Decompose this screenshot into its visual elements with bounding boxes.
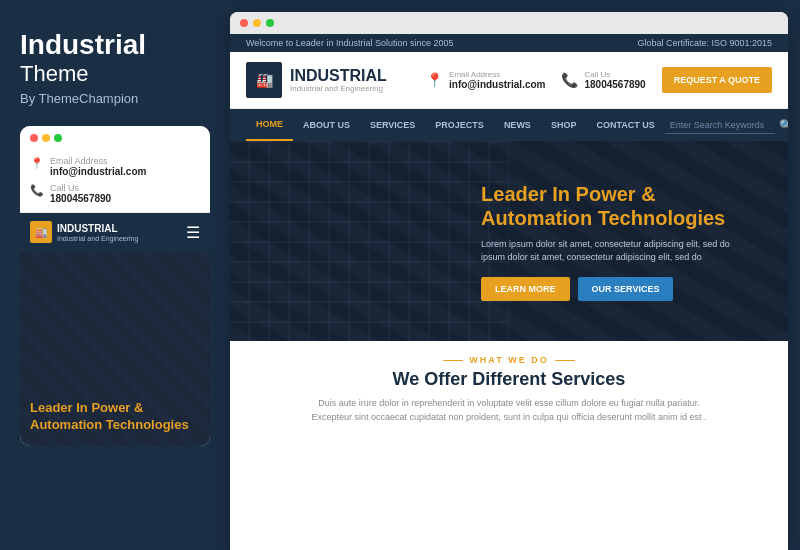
hamburger-icon[interactable]: ☰ [186, 223, 200, 242]
search-icon[interactable]: 🔍 [779, 119, 788, 132]
services-desc: Duis aute irure dolor in reprehenderit i… [309, 396, 709, 425]
quote-button[interactable]: REQUEST A QUOTE [662, 67, 772, 93]
nav-item-shop[interactable]: SHOP [541, 110, 587, 140]
header-phone-label: Call Us [584, 70, 645, 79]
email-label: Email Address [50, 156, 146, 166]
desktop-nav: HOME ABOUT US SERVICES PROJECTS NEWS SHO… [230, 109, 788, 141]
desktop-header: 🏭 INDUSTRIAL Industrial and Engineering … [230, 52, 788, 109]
header-email-value: info@industrial.com [449, 79, 545, 90]
desktop-logo-icon: 🏭 [246, 62, 282, 98]
phone-value: 18004567890 [50, 193, 111, 204]
top-banner: Welcome to Leader in Industrial Solution… [230, 34, 788, 52]
hero-title: Leader In Power & Automation Technologie… [481, 182, 768, 230]
header-email-icon: 📍 [426, 72, 443, 88]
nav-item-news[interactable]: NEWS [494, 110, 541, 140]
desktop-hero: Leader In Power & Automation Technologie… [230, 141, 788, 341]
our-services-button[interactable]: OUR SERVICES [578, 277, 674, 301]
mobile-hero-part1: Leader In Power & [30, 400, 143, 415]
desktop-logo: 🏭 INDUSTRIAL Industrial and Engineering [246, 62, 387, 98]
mobile-logo-text-wrap: INDUSTRIAL Industrial and Engineering [57, 223, 138, 242]
desktop-dot-yellow [253, 19, 261, 27]
nav-item-projects[interactable]: PROJECTS [425, 110, 494, 140]
header-contact: 📍 Email Address info@industrial.com 📞 Ca… [426, 67, 772, 93]
mobile-window-bar [20, 126, 210, 148]
header-phone-value: 18004567890 [584, 79, 645, 90]
header-phone: 📞 Call Us 18004567890 [561, 70, 645, 90]
mobile-hero-highlight: Automation [30, 417, 102, 432]
brand-theme: Theme [20, 61, 210, 87]
phone-label: Call Us [50, 183, 111, 193]
email-icon: 📍 [30, 157, 44, 170]
header-phone-icon: 📞 [561, 72, 578, 88]
email-value: info@industrial.com [50, 166, 146, 177]
hero-desc: Lorem ipsum dolor sit amet, consectetur … [481, 238, 741, 265]
left-panel: Industrial Theme By ThemeChampion 📍 Emai… [0, 0, 230, 550]
hero-title-part2: Technologies [598, 207, 725, 229]
hero-content: Leader In Power & Automation Technologie… [481, 182, 788, 301]
nav-search: 🔍 [665, 117, 788, 134]
brand-subtitle: By ThemeChampion [20, 91, 210, 106]
mobile-email-item: 📍 Email Address info@industrial.com [30, 156, 200, 177]
header-email: 📍 Email Address info@industrial.com [426, 70, 545, 90]
hero-bg-shapes [230, 141, 509, 341]
phone-icon: 📞 [30, 184, 44, 197]
header-phone-info: Call Us 18004567890 [584, 70, 645, 90]
learn-more-button[interactable]: LEARN MORE [481, 277, 570, 301]
desktop-logo-sub: Industrial and Engineering [290, 84, 387, 93]
nav-items: HOME ABOUT US SERVICES PROJECTS NEWS SHO… [246, 109, 665, 141]
dot-yellow [42, 134, 50, 142]
nav-item-contact[interactable]: CONTACT US [586, 110, 664, 140]
hero-title-part1: Leader In Power & [481, 183, 656, 205]
desktop-dot-green [266, 19, 274, 27]
mobile-logo-sub: Industrial and Engineering [57, 235, 138, 242]
mobile-phone-info: Call Us 18004567890 [50, 183, 111, 204]
mobile-nav: 🏭 INDUSTRIAL Industrial and Engineering … [20, 213, 210, 251]
header-email-info: Email Address info@industrial.com [449, 70, 545, 90]
nav-item-about[interactable]: ABOUT US [293, 110, 360, 140]
hero-buttons: LEARN MORE OUR SERVICES [481, 277, 768, 301]
mobile-contact-bar: 📍 Email Address info@industrial.com 📞 Ca… [20, 148, 210, 213]
dot-red [30, 134, 38, 142]
nav-item-services[interactable]: SERVICES [360, 110, 425, 140]
banner-right: Global Certificate: ISO 9001:2015 [637, 38, 772, 48]
mobile-logo-name: INDUSTRIAL [57, 223, 138, 235]
mobile-phone-item: 📞 Call Us 18004567890 [30, 183, 200, 204]
dot-green [54, 134, 62, 142]
mobile-hero: Leader In Power & Automation Technologie… [20, 251, 210, 446]
mobile-logo-icon: 🏭 [30, 221, 52, 243]
desktop-services: WHAT WE DO We Offer Different Services D… [230, 341, 788, 550]
brand-title: Industrial Theme By ThemeChampion [20, 30, 210, 106]
right-panel: Welcome to Leader in Industrial Solution… [230, 12, 788, 550]
mobile-hero-part2: Technologies [106, 417, 189, 432]
search-input[interactable] [665, 117, 775, 134]
mobile-logo: 🏭 INDUSTRIAL Industrial and Engineering [30, 221, 138, 243]
mobile-preview: 📍 Email Address info@industrial.com 📞 Ca… [20, 126, 210, 446]
brand-name: Industrial [20, 30, 210, 61]
services-title: We Offer Different Services [393, 369, 626, 390]
services-label: WHAT WE DO [443, 355, 574, 365]
mobile-email-info: Email Address info@industrial.com [50, 156, 146, 177]
nav-item-home[interactable]: HOME [246, 109, 293, 141]
desktop-logo-name: INDUSTRIAL [290, 67, 387, 85]
desktop-dot-red [240, 19, 248, 27]
mobile-hero-title: Leader In Power & Automation Technologie… [30, 400, 200, 434]
desktop-window-bar [230, 12, 788, 34]
banner-left: Welcome to Leader in Industrial Solution… [246, 38, 453, 48]
desktop-logo-text-wrap: INDUSTRIAL Industrial and Engineering [290, 67, 387, 94]
header-email-label: Email Address [449, 70, 545, 79]
hero-title-highlight: Automation [481, 207, 592, 229]
